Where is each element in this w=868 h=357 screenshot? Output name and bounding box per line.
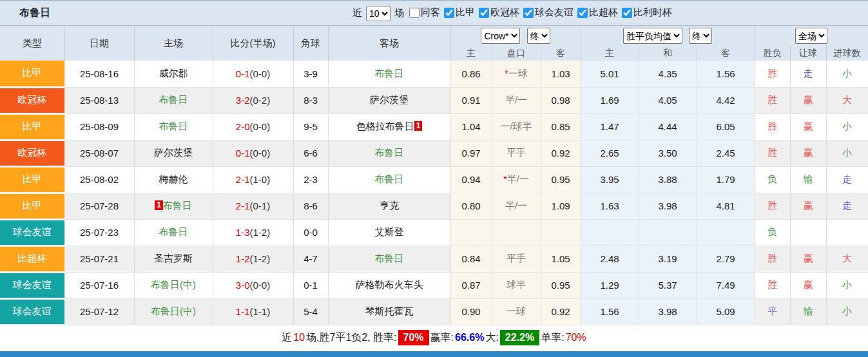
summary-segment: 近 bbox=[282, 331, 292, 345]
match-table: 类型 日期 主场 比分(半场) 角球 客场 Crow* 终 胜平负均值 终 全场 bbox=[0, 26, 868, 326]
goals-result-cell: 小 bbox=[826, 140, 868, 166]
handicap-cell: *半/一 bbox=[492, 166, 541, 193]
sub-header-avg-draw: 和 bbox=[639, 46, 697, 61]
corner-cell: 0-1 bbox=[293, 272, 328, 298]
col-header-date: 日期 bbox=[64, 26, 134, 61]
filter-checkbox[interactable] bbox=[523, 8, 534, 18]
wdl-result-cell: 负 bbox=[755, 166, 790, 193]
avg-away-cell: 2.45 bbox=[697, 140, 755, 166]
fulltime-score: 2-1 bbox=[236, 174, 250, 185]
handicap-cell bbox=[492, 219, 541, 246]
away-odds-cell: 0.85 bbox=[541, 113, 581, 140]
goals-result-cell: 小 bbox=[826, 298, 868, 325]
filter-label: 比超杯 bbox=[589, 6, 618, 19]
avg-home-cell: 3.95 bbox=[581, 166, 639, 193]
away-odds-cell bbox=[541, 219, 581, 246]
team-name: 布鲁日 bbox=[159, 121, 188, 131]
team-cell: 布鲁日(中) bbox=[134, 298, 213, 325]
score-cell: 1-2(1-2) bbox=[213, 246, 293, 272]
team-name: 布鲁日(中) bbox=[151, 279, 196, 290]
match-type-cell: 球会友谊 bbox=[0, 219, 64, 246]
date-cell: 25-07-23 bbox=[64, 219, 134, 246]
avg-draw-cell bbox=[639, 219, 697, 246]
corner-cell: 2-3 bbox=[293, 166, 328, 193]
away-odds-cell: 0.92 bbox=[541, 140, 581, 166]
col-header-home: 主场 bbox=[134, 26, 213, 61]
avg-home-cell: 2.65 bbox=[581, 140, 639, 166]
filters: 同客比甲欧冠杯球会友谊比超杯比利时杯 bbox=[405, 6, 672, 20]
halftime-score: (1-2) bbox=[250, 253, 271, 264]
near-label: 近 bbox=[352, 7, 362, 19]
avg-home-cell: 1.63 bbox=[581, 193, 639, 219]
corner-cell: 3-9 bbox=[293, 61, 328, 87]
period-group-header: 全场 bbox=[755, 26, 868, 46]
summary-segment: 场,胜7平1负2, 胜率: bbox=[306, 331, 396, 345]
table-row: 比甲25-08-16威尔郡0-1(0-0)3-9布鲁日0.86*一球1.035.… bbox=[0, 61, 868, 87]
sub-header-handicap: 盘口 bbox=[492, 46, 541, 61]
avg-away-cell: 1.56 bbox=[697, 61, 755, 87]
goals-result-cell: 大 bbox=[826, 87, 868, 113]
fulltime-score: 1-3 bbox=[236, 227, 250, 238]
team-name: 布鲁日 bbox=[375, 253, 404, 264]
match-type-cell: 比甲 bbox=[0, 61, 64, 87]
games-count-select[interactable]: 10 bbox=[366, 6, 391, 21]
filter-checkbox[interactable] bbox=[444, 8, 454, 18]
avg-draw-cell: 5.37 bbox=[639, 272, 697, 298]
team-name: 圣吉罗斯 bbox=[154, 253, 193, 264]
team-name: 布鲁日(中) bbox=[151, 305, 196, 316]
fulltime-score: 2-0 bbox=[236, 121, 250, 132]
odds-company-select[interactable]: Crow* bbox=[481, 28, 520, 44]
away-odds-cell: 1.03 bbox=[541, 61, 581, 87]
date-cell: 25-07-12 bbox=[64, 298, 134, 325]
score-cell: 2-1(0-1) bbox=[213, 193, 293, 219]
handicap-cell: 半/一 bbox=[492, 193, 541, 219]
handicap-text: 一球 bbox=[506, 305, 526, 316]
score-cell: 1-3(1-2) bbox=[213, 219, 293, 246]
sub-header-wdl: 胜负 bbox=[755, 46, 790, 61]
date-cell: 25-07-28 bbox=[64, 193, 134, 219]
avg-home-cell: 5.01 bbox=[581, 61, 639, 87]
date-cell: 25-07-16 bbox=[64, 272, 134, 298]
home-odds-cell: 0.94 bbox=[450, 166, 492, 193]
avg-away-cell: 4.81 bbox=[697, 193, 755, 219]
team-name: 萨格勒布火车头 bbox=[356, 279, 423, 290]
handicap-result-cell: 赢 bbox=[790, 113, 826, 140]
team-name: 布鲁日 bbox=[375, 147, 404, 158]
team-cell: 圣吉罗斯 bbox=[134, 246, 213, 272]
avg-away-cell: 4.42 bbox=[697, 87, 755, 113]
filter-checkbox[interactable] bbox=[409, 8, 420, 18]
filter-checkbox[interactable] bbox=[577, 8, 588, 18]
match-type-cell: 球会友谊 bbox=[0, 298, 64, 325]
handicap-result-cell: 赢 bbox=[790, 140, 826, 166]
sub-header-goals: 进球数 bbox=[826, 46, 868, 61]
home-odds-cell bbox=[450, 219, 492, 246]
filter-同客: 同客 bbox=[409, 6, 440, 19]
avg-final-select[interactable]: 终 bbox=[689, 28, 712, 44]
halftime-score: (1-1) bbox=[250, 306, 271, 317]
halftime-score: (0-1) bbox=[250, 200, 271, 211]
away-odds-cell: 1.05 bbox=[541, 246, 581, 272]
avg-home-cell: 1.47 bbox=[581, 113, 639, 140]
team-rank-badge: 1 bbox=[155, 200, 163, 210]
away-odds-cell: 1.09 bbox=[541, 193, 581, 219]
goals-result-cell: 走 bbox=[826, 193, 868, 219]
filter-checkbox[interactable] bbox=[479, 8, 489, 18]
avg-odds-select[interactable]: 胜平负均值 bbox=[623, 28, 682, 44]
sub-header-avg-home: 主 bbox=[581, 46, 639, 61]
handicap-result-cell: 赢 bbox=[790, 246, 826, 272]
team-cell: 布鲁日 bbox=[134, 113, 213, 140]
handicap-cell: 半/一 bbox=[492, 87, 541, 113]
home-odds-cell: 0.86 bbox=[450, 61, 492, 87]
fulltime-score: 0-1 bbox=[236, 148, 250, 159]
period-select[interactable]: 全场 bbox=[795, 28, 827, 44]
handicap-cell: 一/球半 bbox=[492, 113, 541, 140]
handicap-text: 半/一 bbox=[505, 94, 527, 105]
avg-away-cell: 7.49 bbox=[697, 272, 755, 298]
filter-checkbox[interactable] bbox=[622, 8, 632, 18]
score-cell: 1-1(1-1) bbox=[213, 298, 293, 325]
team-cell: 色格拉布鲁日1 bbox=[328, 113, 450, 140]
avg-draw-cell: 3.98 bbox=[639, 193, 697, 219]
handicap-text: 球半 bbox=[506, 279, 526, 290]
fulltime-score: 1-2 bbox=[236, 253, 250, 264]
odds-final-select[interactable]: 终 bbox=[527, 28, 550, 44]
